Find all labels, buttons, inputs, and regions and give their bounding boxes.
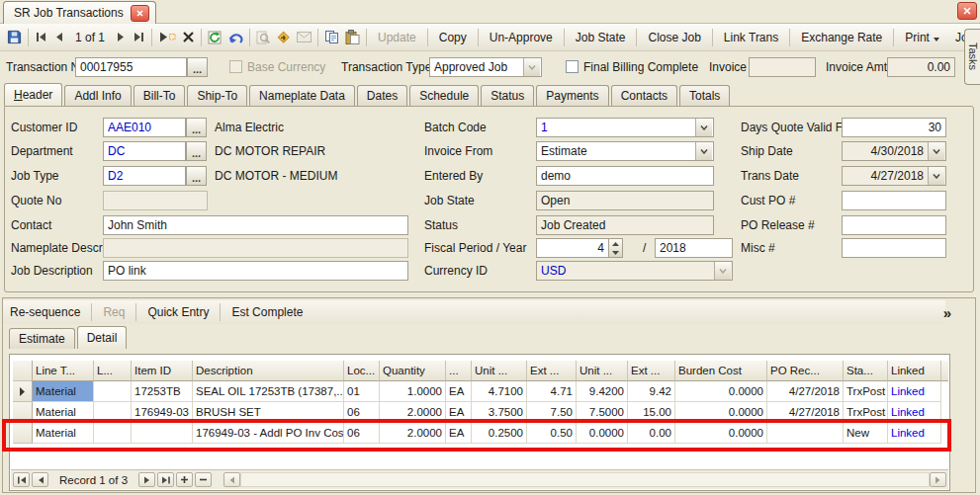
- grid-column-header[interactable]: Description: [193, 361, 344, 381]
- preview-button[interactable]: [253, 27, 273, 48]
- grid-cell[interactable]: 2.0000: [380, 423, 446, 444]
- invoice-amt-field[interactable]: 0.00: [887, 57, 955, 77]
- grid-cell[interactable]: TrxPost: [844, 402, 888, 423]
- transaction-no-field[interactable]: 00017955: [75, 57, 187, 77]
- chevron-down-icon[interactable]: [928, 142, 944, 160]
- tab-status[interactable]: Status: [481, 85, 534, 106]
- grid-cell[interactable]: 9.42: [628, 381, 675, 402]
- currency-id-combo[interactable]: USD: [536, 261, 733, 281]
- email-button[interactable]: [294, 27, 314, 48]
- grid-column-header[interactable]: ...: [446, 361, 472, 381]
- grid-cell[interactable]: 4/27/2018: [767, 381, 844, 402]
- transaction-no-lookup-button[interactable]: ...: [187, 57, 208, 77]
- exchange-rate-button[interactable]: Exchange Rate: [793, 31, 890, 44]
- fiscal-year-field[interactable]: 2018: [655, 238, 733, 258]
- record-prev-button[interactable]: [32, 472, 48, 487]
- nameplate-descr-field[interactable]: [103, 238, 408, 258]
- record-next-button[interactable]: [138, 472, 155, 487]
- grid-column-header[interactable]: PO Rec...: [767, 361, 844, 381]
- document-tab[interactable]: SR Job Transactions: [3, 1, 156, 24]
- contact-field[interactable]: John Smith: [103, 215, 408, 235]
- delete-row-button[interactable]: [195, 472, 212, 487]
- row-indicator[interactable]: [13, 402, 33, 423]
- grid-column-header[interactable]: Ext ...: [527, 361, 577, 381]
- grid-column-header[interactable]: Item ID: [132, 361, 193, 381]
- grid-cell[interactable]: 4.71: [527, 381, 577, 402]
- grid-cell[interactable]: 06: [344, 402, 380, 423]
- base-currency-checkbox[interactable]: [229, 60, 242, 73]
- horizontal-scrollbar[interactable]: [223, 472, 946, 488]
- nav-next-button[interactable]: [113, 27, 130, 48]
- copy-button[interactable]: Copy: [431, 31, 475, 44]
- update-button[interactable]: Update: [370, 31, 424, 44]
- grid-cell[interactable]: [767, 423, 844, 444]
- grid-cell[interactable]: [94, 381, 132, 402]
- grid-cell[interactable]: [132, 423, 193, 444]
- undo-button[interactable]: [225, 27, 246, 48]
- grid-cell[interactable]: 3.7500: [472, 402, 527, 423]
- toolbar-overflow-button[interactable]: »: [943, 304, 951, 321]
- grid-cell[interactable]: 4/27/2018: [767, 402, 844, 423]
- scroll-left-button[interactable]: [223, 472, 240, 487]
- tab-header[interactable]: Header: [4, 83, 62, 106]
- grid-cell[interactable]: 0.50: [527, 423, 577, 444]
- grid-cell[interactable]: 0.0000: [675, 381, 767, 402]
- grid-cell[interactable]: Linked: [888, 402, 941, 423]
- invoice-from-combo[interactable]: Estimate: [536, 141, 714, 161]
- tab-dates[interactable]: Dates: [357, 85, 407, 106]
- grid-column-header[interactable]: Burden Cost: [675, 361, 767, 381]
- tab-estimate[interactable]: Estimate: [9, 328, 75, 349]
- invoice-field[interactable]: [749, 57, 816, 77]
- tab-totals[interactable]: Totals: [679, 85, 730, 106]
- po-release-field[interactable]: [842, 215, 946, 235]
- grid-cell[interactable]: 0.00: [628, 423, 675, 444]
- quote-no-field[interactable]: [103, 191, 208, 210]
- tab-nameplate-data[interactable]: Nameplate Data: [249, 85, 355, 106]
- grid-cell[interactable]: 7.5000: [577, 402, 628, 423]
- tab-detail[interactable]: Detail: [77, 326, 128, 349]
- misc-field[interactable]: [842, 238, 946, 258]
- quick-entry-button[interactable]: Quick Entry: [139, 305, 217, 319]
- copy-record-button[interactable]: [321, 27, 342, 48]
- tab-payments[interactable]: Payments: [536, 85, 608, 106]
- grid-cell[interactable]: BRUSH SET: [193, 402, 344, 423]
- grid-column-header[interactable]: Linked: [888, 361, 941, 381]
- transaction-type-combo[interactable]: Approved Job: [429, 57, 542, 77]
- new-transaction-button[interactable]: [155, 27, 179, 48]
- close-job-button[interactable]: Close Job: [640, 31, 708, 44]
- scrollbar-track[interactable]: [240, 472, 930, 487]
- unapprove-button[interactable]: Un-Approve: [482, 31, 561, 44]
- grid-row[interactable]: Material17253TBSEAL OIL 17253TB (17387,.…: [13, 381, 948, 402]
- link-trans-button[interactable]: Link Trans: [716, 31, 786, 44]
- department-field[interactable]: DC: [103, 141, 186, 161]
- entered-by-field[interactable]: demo: [536, 166, 714, 186]
- record-last-button[interactable]: [157, 472, 174, 487]
- grid-cell[interactable]: 7.50: [527, 402, 577, 423]
- grid-cell[interactable]: 01: [344, 381, 380, 402]
- tab-contacts[interactable]: Contacts: [611, 85, 677, 106]
- add-row-button[interactable]: [176, 472, 193, 487]
- est-complete-button[interactable]: Est Complete: [223, 305, 311, 319]
- grid-cell[interactable]: EA: [446, 381, 472, 402]
- grid-cell[interactable]: Material: [33, 381, 94, 402]
- grid-column-header[interactable]: Quantity: [380, 361, 446, 381]
- grid-cell[interactable]: Linked: [888, 423, 941, 444]
- row-indicator[interactable]: [13, 423, 33, 444]
- grid-column-header[interactable]: Unit ...: [472, 361, 527, 381]
- fiscal-period-field[interactable]: 4: [536, 238, 609, 258]
- record-first-button[interactable]: [13, 472, 30, 487]
- paste-button[interactable]: [342, 27, 363, 48]
- grid-cell[interactable]: Material: [33, 402, 94, 423]
- grid-cell[interactable]: 0.0000: [675, 402, 767, 423]
- grid-cell[interactable]: 9.4200: [577, 381, 628, 402]
- tab-schedule[interactable]: Schedule: [409, 85, 479, 106]
- window-close-button[interactable]: [957, 2, 977, 20]
- nav-first-button[interactable]: [32, 27, 50, 48]
- tasks-panel-tab[interactable]: Tasks: [964, 29, 980, 85]
- chevron-down-icon[interactable]: [523, 58, 540, 76]
- grid-cell[interactable]: 4.7100: [472, 381, 527, 402]
- days-quote-valid-field[interactable]: 30: [842, 118, 946, 137]
- chevron-down-icon[interactable]: [695, 119, 712, 136]
- grid-cell[interactable]: 0.0000: [675, 423, 767, 444]
- row-indicator[interactable]: [13, 381, 33, 402]
